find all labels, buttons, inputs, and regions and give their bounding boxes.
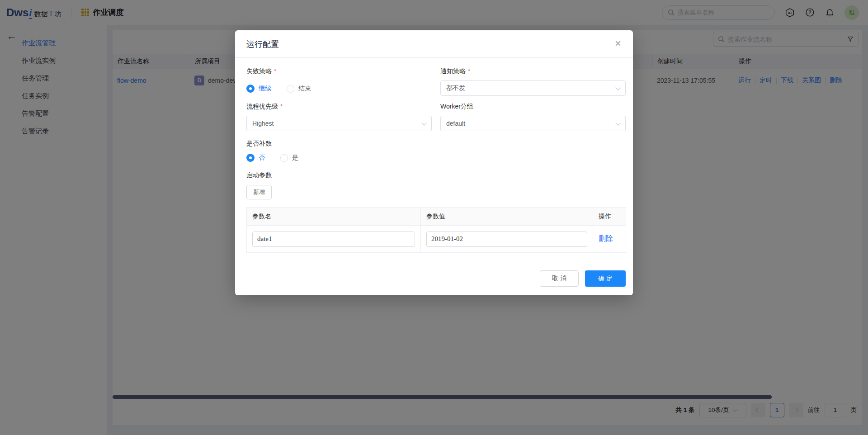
close-icon[interactable]: × [615,38,621,49]
priority-label: 流程优先级* [246,103,283,111]
radio-yes[interactable]: 是 [280,154,298,162]
chevron-down-icon [615,85,620,90]
worker-group-select[interactable]: default [440,116,626,131]
notify-strategy-value: 都不发 [446,84,465,92]
cancel-button[interactable]: 取 消 [540,270,579,287]
param-operation-header: 操作 [593,208,626,225]
fail-strategy-radio-group: 继续 结束 [246,85,311,93]
param-table-header: 参数名 参数值 操作 [247,208,626,226]
chevron-down-icon [615,120,620,125]
radio-no[interactable]: 否 [246,154,265,162]
dialog-footer: 取 消 确 定 [540,270,626,287]
priority-select[interactable]: Highest [246,116,432,131]
radio-selected-icon [246,85,255,93]
confirm-button[interactable]: 确 定 [585,270,626,287]
param-value-header: 参数值 [421,208,593,225]
radio-unselected-icon [287,85,294,93]
startup-params-label: 启动参数 [246,171,272,180]
radio-end[interactable]: 结束 [287,85,311,93]
radio-selected-icon [246,154,255,162]
add-param-button[interactable]: 新增 [246,185,272,199]
radio-unselected-icon [280,154,288,162]
param-table-row: 删除 [247,226,626,253]
param-name-input[interactable] [252,232,415,247]
required-mark: * [274,67,276,75]
param-table: 参数名 参数值 操作 删除 [246,207,626,253]
notify-strategy-label: 通知策略* [440,67,470,76]
run-config-dialog: 运行配置 × 失败策略* 通知策略* 继续 结束 都不发 流程优先级* Work… [235,30,633,295]
param-value-input[interactable] [426,232,587,247]
param-name-header: 参数名 [247,208,421,225]
required-mark: * [468,67,470,75]
dialog-header: 运行配置 × [235,30,633,58]
param-delete-link[interactable]: 删除 [599,234,613,244]
backfill-label: 是否补数 [246,140,272,148]
chevron-down-icon [421,120,426,125]
fail-strategy-label: 失败策略* [246,67,276,76]
required-mark: * [280,103,283,110]
worker-group-label: Worker分组 [440,103,473,111]
radio-continue[interactable]: 继续 [246,85,271,93]
priority-value: Highest [252,120,274,127]
dialog-title: 运行配置 [246,39,279,50]
backfill-radio-group: 否 是 [246,154,298,162]
worker-group-value: default [446,120,465,127]
notify-strategy-select[interactable]: 都不发 [440,80,626,96]
